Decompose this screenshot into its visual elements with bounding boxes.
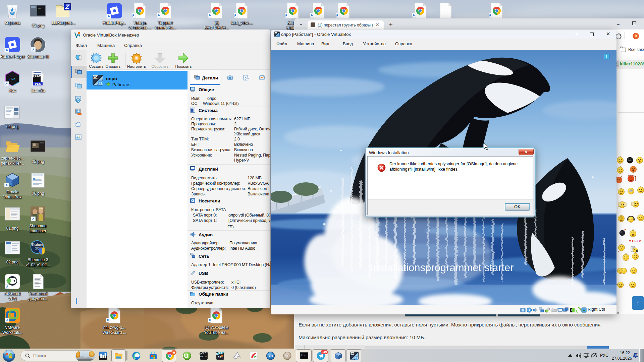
svg-text:11: 11 [355, 356, 358, 360]
svg-text:3C: 3C [35, 247, 40, 250]
svg-text:nox: nox [9, 76, 15, 80]
svg-text:11: 11 [99, 81, 103, 85]
svg-text:x64: x64 [351, 352, 355, 355]
svg-text:z: z [635, 354, 637, 356]
svg-text:C:\_: C:\_ [301, 354, 306, 356]
svg-text:MPC BE: MPC BE [200, 356, 207, 358]
svg-text:Installationsprogrammet starte: Installationsprogrammet starter [370, 262, 514, 274]
svg-text:Trainer: Trainer [31, 242, 43, 246]
svg-text:Yu: Yu [268, 354, 273, 358]
svg-text:!! HELP: !! HELP [629, 239, 641, 243]
svg-text:PLS: PLS [35, 82, 41, 85]
svg-text:x64: x64 [93, 75, 98, 79]
svg-text:z: z [637, 353, 638, 355]
